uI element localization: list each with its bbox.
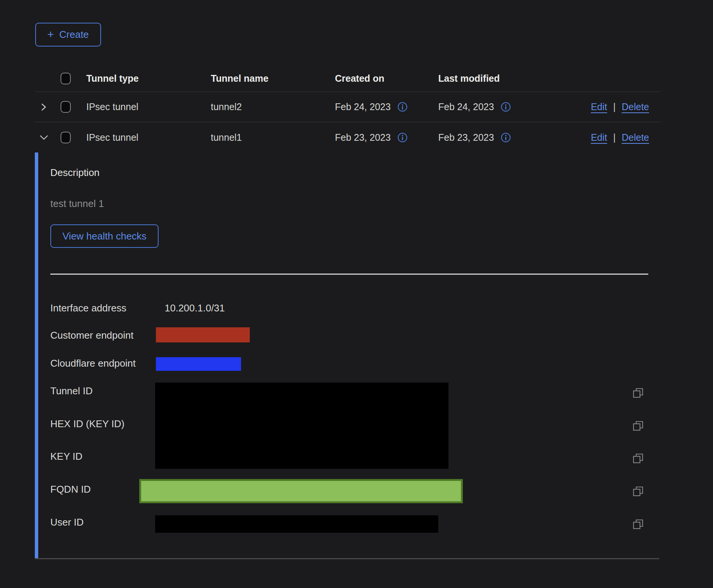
chevron-right-icon xyxy=(39,103,48,112)
chevron-down-icon xyxy=(39,132,49,142)
edit-link[interactable]: Edit xyxy=(591,132,607,143)
created-on-cell: Feb 23, 2023 xyxy=(335,132,391,143)
action-separator: | xyxy=(613,101,616,112)
table-row: IPsec tunnel tunnel1 Feb 23, 2023 Feb 23… xyxy=(35,122,660,152)
created-on-cell: Feb 24, 2023 xyxy=(335,101,391,112)
section-divider xyxy=(50,274,648,275)
info-icon[interactable] xyxy=(397,132,408,143)
last-modified-cell: Feb 23, 2023 xyxy=(438,132,494,143)
copy-icon xyxy=(632,420,644,432)
row-checkbox[interactable] xyxy=(61,132,71,143)
edit-link[interactable]: Edit xyxy=(591,101,607,112)
description-value: test tunnel 1 xyxy=(50,198,104,210)
user-id-label: User ID xyxy=(50,516,84,528)
copy-icon xyxy=(632,485,644,498)
copy-key-id-button[interactable] xyxy=(632,453,644,465)
tunnel-type-cell: IPsec tunnel xyxy=(86,101,211,112)
copy-tunnel-id-button[interactable] xyxy=(632,387,644,399)
tunnel-id-label: Tunnel ID xyxy=(50,385,93,397)
table-header-row: Tunnel type Tunnel name Created on Last … xyxy=(35,65,660,92)
copy-icon xyxy=(632,387,644,399)
header-tunnel-type: Tunnel type xyxy=(86,73,211,84)
info-icon[interactable] xyxy=(397,102,408,112)
view-health-checks-button[interactable]: View health checks xyxy=(50,224,159,248)
panel-bottom-border xyxy=(35,558,659,559)
tunnel-name-cell: tunnel1 xyxy=(211,132,335,143)
fqdn-id-redacted-value xyxy=(139,479,463,503)
cloudflare-endpoint-redacted-value xyxy=(156,357,241,371)
copy-icon xyxy=(632,453,644,465)
customer-endpoint-label: Customer endpoint xyxy=(50,330,134,341)
tunnels-table: Tunnel type Tunnel name Created on Last … xyxy=(35,65,660,152)
expand-row-button[interactable] xyxy=(39,103,55,112)
plus-icon: + xyxy=(47,29,54,40)
tunnel-name-cell: tunnel2 xyxy=(211,101,335,112)
copy-icon xyxy=(632,518,644,530)
copy-fqdn-id-button[interactable] xyxy=(632,485,644,498)
action-separator: | xyxy=(613,132,616,143)
header-created-on: Created on xyxy=(335,73,438,84)
hex-id-label: HEX ID (KEY ID) xyxy=(50,418,125,430)
info-icon[interactable] xyxy=(501,102,511,112)
interface-address-label: Interface address xyxy=(50,302,126,314)
collapse-row-button[interactable] xyxy=(39,132,55,142)
select-all-checkbox[interactable] xyxy=(61,73,71,84)
copy-hex-id-button[interactable] xyxy=(632,420,644,432)
ids-redacted-value xyxy=(155,383,448,469)
create-button-label: Create xyxy=(59,29,89,40)
row-checkbox[interactable] xyxy=(61,101,71,113)
info-icon[interactable] xyxy=(501,132,511,143)
delete-link[interactable]: Delete xyxy=(622,101,649,112)
user-id-redacted-value xyxy=(155,515,438,533)
key-id-label: KEY ID xyxy=(50,451,83,462)
tunnel-type-cell: IPsec tunnel xyxy=(86,132,211,143)
table-row: IPsec tunnel tunnel2 Feb 24, 2023 Feb 24… xyxy=(35,92,660,122)
delete-link[interactable]: Delete xyxy=(622,132,649,143)
cloudflare-endpoint-label: Cloudflare endpoint xyxy=(50,358,136,369)
tunnel-detail-panel: Description test tunnel 1 View health ch… xyxy=(35,152,659,558)
header-last-modified: Last modified xyxy=(438,73,556,84)
last-modified-cell: Feb 24, 2023 xyxy=(438,101,494,112)
copy-user-id-button[interactable] xyxy=(632,518,644,530)
create-button[interactable]: + Create xyxy=(35,23,101,47)
header-tunnel-name: Tunnel name xyxy=(211,73,335,84)
fqdn-id-label: FQDN ID xyxy=(50,484,91,495)
description-label: Description xyxy=(50,167,100,179)
interface-address-value: 10.200.1.0/31 xyxy=(165,302,225,314)
expanded-indicator-bar xyxy=(35,152,38,558)
customer-endpoint-redacted-value xyxy=(156,327,250,342)
